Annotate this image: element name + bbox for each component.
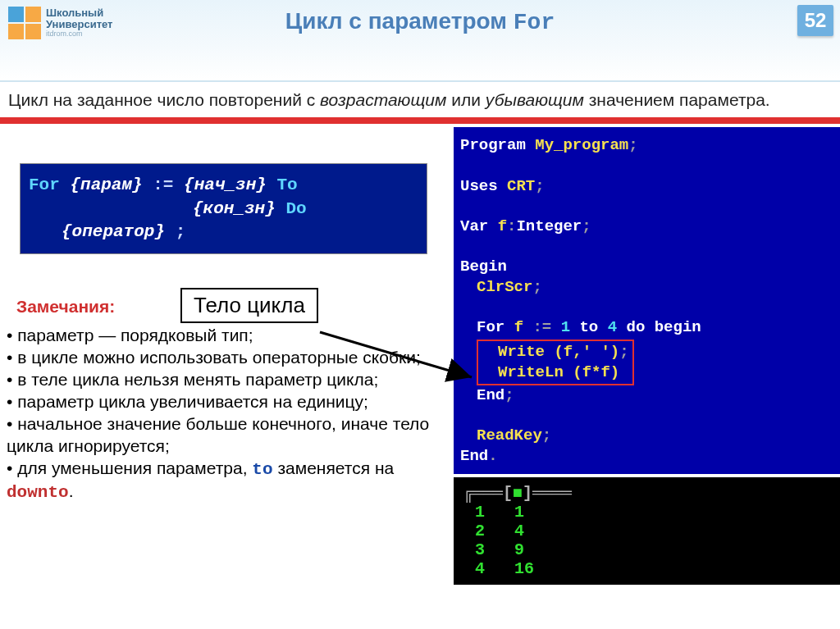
body-label: Тело цикла: [180, 288, 318, 323]
output-row: 3 9: [475, 540, 830, 559]
right-column: Program My_program; Uses CRT; Var f:Inte…: [447, 124, 840, 585]
slide-header: Школьный Университет itdrom.com Цикл с п…: [0, 0, 840, 82]
list-item: • параметр цикла увеличивается на единиц…: [7, 391, 441, 413]
list-item: • параметр — порядковый тип;: [7, 325, 441, 347]
list-item: • в теле цикла нельзя менять параметр ци…: [7, 369, 441, 391]
output-row: 1 1: [475, 503, 830, 522]
output-frame: ╔═══[■]════: [463, 484, 830, 503]
list-item: • в цикле можно использовать операторные…: [7, 347, 441, 369]
syntax-box: For {парам} := {нач_зн} To {кон_зн} Do {…: [20, 163, 427, 254]
slide-title: Цикл с параметром For: [0, 8, 840, 35]
highlighted-block: Write (f,' '); WriteLn (f*f): [477, 340, 634, 385]
page-number-badge: 52: [797, 5, 833, 36]
list-item: • для уменьшения параметра, to заменяетс…: [7, 458, 441, 505]
remarks-list: • параметр — порядковый тип; • в цикле м…: [7, 325, 441, 504]
intro-text: Цикл на заданное число повторений с возр…: [0, 82, 840, 119]
title-keyword: For: [514, 10, 555, 35]
output-row: 2 4: [475, 522, 830, 540]
code-panel: Program My_program; Uses CRT; Var f:Inte…: [454, 127, 840, 474]
left-column: For {парам} := {нач_зн} To {кон_зн} Do {…: [0, 124, 447, 585]
output-panel: ╔═══[■]════ 1 1 2 4 3 9 4 16: [454, 477, 840, 585]
list-item: • начальное значение больше конечного, и…: [7, 413, 441, 458]
output-row: 4 16: [475, 559, 830, 578]
